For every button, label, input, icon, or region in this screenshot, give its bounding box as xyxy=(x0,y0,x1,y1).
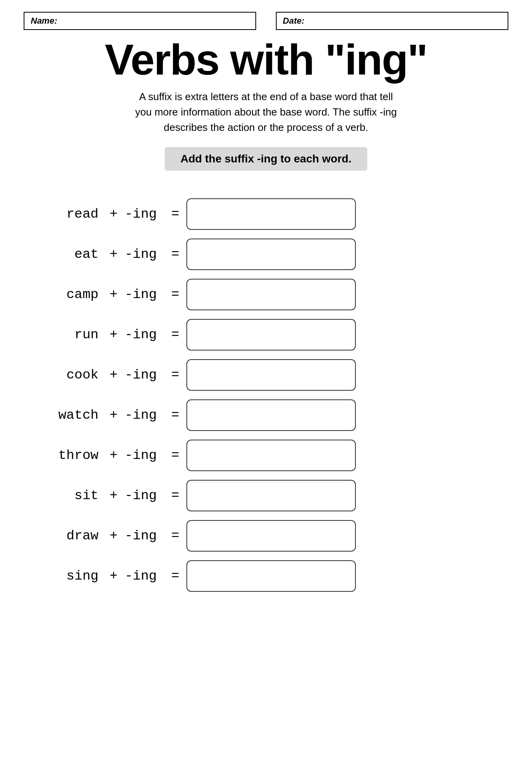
description-line3: describes the action or the process of a… xyxy=(164,121,368,133)
answer-input-sing[interactable] xyxy=(187,561,355,591)
equals-sign: = xyxy=(164,327,186,342)
plus-sign: + xyxy=(102,448,125,463)
suffix-part: -ing xyxy=(125,207,164,222)
equals-sign: = xyxy=(164,488,186,503)
exercise-row: throw+-ing= xyxy=(24,440,508,471)
equals-sign: = xyxy=(164,207,186,222)
date-field: Date: xyxy=(276,12,508,30)
description: A suffix is extra letters at the end of … xyxy=(24,89,508,135)
word-sit: sit xyxy=(24,488,102,503)
exercise-row: cook+-ing= xyxy=(24,359,508,391)
exercise-row: read+-ing= xyxy=(24,198,508,230)
answer-box-sing[interactable] xyxy=(186,560,356,592)
answer-input-eat[interactable] xyxy=(187,239,355,269)
plus-sign: + xyxy=(102,488,125,503)
equals-sign: = xyxy=(164,569,186,584)
equals-sign: = xyxy=(164,247,186,262)
suffix-part: -ing xyxy=(125,528,164,543)
exercise-row: sit+-ing= xyxy=(24,480,508,511)
exercise-row: watch+-ing= xyxy=(24,399,508,431)
suffix-part: -ing xyxy=(125,569,164,584)
equals-sign: = xyxy=(164,528,186,543)
answer-box-watch[interactable] xyxy=(186,399,356,431)
page-title: Verbs with "ing" xyxy=(24,38,508,81)
answer-box-sit[interactable] xyxy=(186,480,356,511)
plus-sign: + xyxy=(102,367,125,382)
suffix-part: -ing xyxy=(125,408,164,423)
word-eat: eat xyxy=(24,247,102,262)
plus-sign: + xyxy=(102,528,125,543)
answer-input-run[interactable] xyxy=(187,320,355,350)
exercise-row: draw+-ing= xyxy=(24,520,508,552)
exercise-row: eat+-ing= xyxy=(24,239,508,270)
description-line1: A suffix is extra letters at the end of … xyxy=(139,91,393,103)
exercise-row: run+-ing= xyxy=(24,319,508,351)
plus-sign: + xyxy=(102,207,125,222)
answer-input-draw[interactable] xyxy=(187,521,355,551)
answer-input-cook[interactable] xyxy=(187,360,355,390)
description-line2: you more information about the base word… xyxy=(135,106,397,118)
answer-box-cook[interactable] xyxy=(186,359,356,391)
equals-sign: = xyxy=(164,448,186,463)
equals-sign: = xyxy=(164,408,186,423)
exercise-row: camp+-ing= xyxy=(24,279,508,310)
answer-input-camp[interactable] xyxy=(187,280,355,310)
header-row: Name: Date: xyxy=(24,12,508,30)
name-field: Name: xyxy=(24,12,256,30)
suffix-part: -ing xyxy=(125,488,164,503)
word-run: run xyxy=(24,327,102,342)
answer-input-sit[interactable] xyxy=(187,481,355,511)
word-cook: cook xyxy=(24,367,102,382)
date-label: Date: xyxy=(283,16,305,26)
answer-input-watch[interactable] xyxy=(187,400,355,430)
answer-input-throw[interactable] xyxy=(187,440,355,470)
instruction-wrapper: Add the suffix -ing to each word. xyxy=(24,147,508,186)
plus-sign: + xyxy=(102,287,125,302)
plus-sign: + xyxy=(102,247,125,262)
suffix-part: -ing xyxy=(125,247,164,262)
plus-sign: + xyxy=(102,408,125,423)
word-camp: camp xyxy=(24,287,102,302)
answer-box-camp[interactable] xyxy=(186,279,356,310)
plus-sign: + xyxy=(102,327,125,342)
answer-box-run[interactable] xyxy=(186,319,356,351)
suffix-part: -ing xyxy=(125,327,164,342)
equals-sign: = xyxy=(164,287,186,302)
instruction-box: Add the suffix -ing to each word. xyxy=(165,147,367,171)
answer-box-draw[interactable] xyxy=(186,520,356,552)
answer-box-eat[interactable] xyxy=(186,239,356,270)
answer-box-throw[interactable] xyxy=(186,440,356,471)
word-draw: draw xyxy=(24,528,102,543)
word-sing: sing xyxy=(24,569,102,584)
answer-input-read[interactable] xyxy=(187,199,355,229)
name-label: Name: xyxy=(31,16,57,26)
answer-box-read[interactable] xyxy=(186,198,356,230)
word-watch: watch xyxy=(24,408,102,423)
suffix-part: -ing xyxy=(125,367,164,382)
suffix-part: -ing xyxy=(125,448,164,463)
word-throw: throw xyxy=(24,448,102,463)
exercise-row: sing+-ing= xyxy=(24,560,508,592)
plus-sign: + xyxy=(102,569,125,584)
word-read: read xyxy=(24,207,102,222)
equals-sign: = xyxy=(164,367,186,382)
suffix-part: -ing xyxy=(125,287,164,302)
exercises: read+-ing=eat+-ing=camp+-ing=run+-ing=co… xyxy=(24,198,508,592)
